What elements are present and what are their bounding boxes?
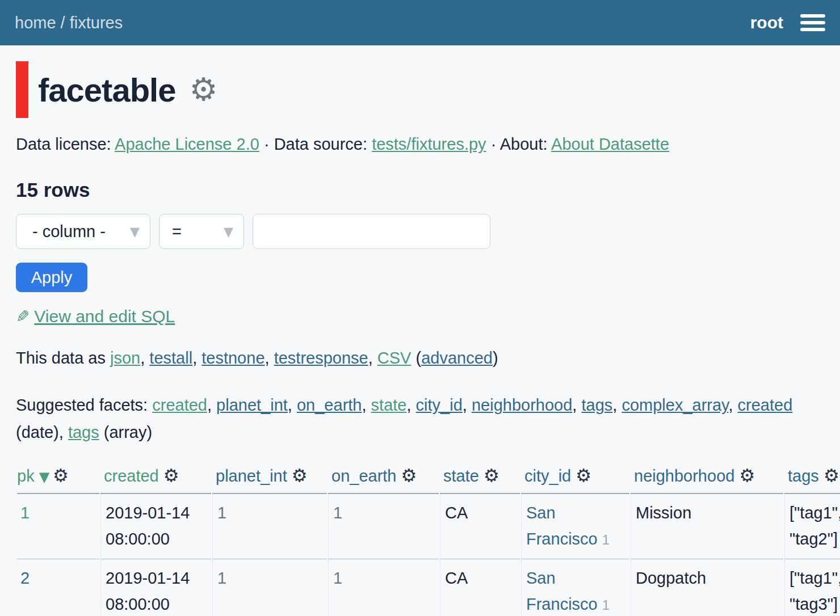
filter-operator-select[interactable]: = ▼ — [159, 214, 244, 249]
accent-bar — [16, 61, 28, 118]
logged-in-user[interactable]: root — [750, 13, 783, 32]
table-settings-gear-icon[interactable]: ⚙ — [189, 74, 217, 106]
filter-value-input[interactable] — [253, 214, 490, 249]
filter-column-select[interactable]: - column - ▼ — [16, 214, 150, 249]
export-advanced-link[interactable]: advanced — [421, 349, 493, 367]
cell-neighborhood: Mission — [631, 494, 783, 559]
export-json-link[interactable]: json — [110, 349, 140, 367]
cell-pk: 2 — [17, 559, 99, 616]
breadcrumb: home / fixtures — [15, 14, 123, 32]
cell-pk: 1 — [17, 494, 99, 559]
column-header-tags: tags ⚙ — [784, 462, 840, 494]
column-options-gear-icon[interactable]: ⚙ — [163, 465, 179, 486]
filter-row: - column - ▼ = ▼ — [16, 214, 840, 249]
sort-planet-int-link[interactable]: planet_int — [216, 467, 287, 485]
table-row: 1 2019-01-14 08:00:00 1 1 CA San Francis… — [17, 494, 840, 559]
city-link[interactable]: San Francisco — [526, 504, 598, 548]
row-count: 15 rows — [16, 179, 840, 201]
breadcrumb-home-link[interactable]: home — [15, 14, 56, 32]
sort-created-link[interactable]: created — [104, 467, 159, 485]
view-edit-sql-link[interactable]: View and edit SQL — [34, 307, 175, 326]
sort-tags-link[interactable]: tags — [788, 467, 819, 485]
export-csv-link[interactable]: CSV — [377, 349, 411, 367]
facet-neighborhood-link[interactable]: neighborhood — [472, 396, 572, 414]
page-header: facetable ⚙ — [16, 61, 840, 118]
column-header-state: state ⚙ — [440, 462, 520, 494]
column-options-gear-icon[interactable]: ⚙ — [484, 465, 499, 486]
results-table: pk▼⚙ created ⚙ planet_int ⚙ on_earth ⚙ s… — [16, 462, 840, 616]
facet-tags-link[interactable]: tags — [581, 396, 612, 414]
page-title: facetable — [38, 71, 175, 109]
source-link[interactable]: tests/fixtures.py — [372, 135, 486, 153]
cell-city-id: San Francisco1 — [521, 559, 629, 616]
column-options-gear-icon[interactable]: ⚙ — [292, 465, 308, 486]
city-count: 1 — [602, 597, 610, 613]
cell-created: 2019-01-14 08:00:00 — [100, 494, 211, 559]
column-header-neighborhood: neighborhood ⚙ — [631, 462, 783, 494]
cell-planet-int: 1 — [212, 494, 327, 559]
source-label: Data source: — [274, 135, 372, 153]
cell-on-earth: 1 — [328, 559, 439, 616]
column-header-city-id: city_id ⚙ — [521, 462, 629, 494]
facet-complex-array-link[interactable]: complex_array — [621, 396, 728, 414]
export-testall-link[interactable]: testall — [149, 349, 192, 367]
metadata-line: Data license: Apache License 2.0 · Data … — [16, 135, 840, 154]
column-options-gear-icon[interactable]: ⚙ — [576, 465, 591, 486]
export-testnone-link[interactable]: testnone — [201, 349, 264, 367]
column-options-gear-icon[interactable]: ⚙ — [401, 465, 417, 486]
about-label: About: — [500, 135, 551, 153]
facet-state-link[interactable]: state — [371, 396, 407, 414]
facet-on-earth-link[interactable]: on_earth — [297, 396, 362, 414]
sort-state-link[interactable]: state — [443, 467, 479, 485]
sort-pk-link[interactable]: pk — [17, 467, 35, 485]
column-header-planet-int: planet_int ⚙ — [212, 462, 327, 494]
cell-tags: ["tag1", "tag2"] — [784, 494, 840, 559]
column-header-created: created ⚙ — [100, 462, 211, 494]
about-link[interactable]: About Datasette — [551, 135, 669, 153]
column-options-gear-icon[interactable]: ⚙ — [739, 465, 755, 486]
city-link[interactable]: San Francisco — [526, 569, 598, 613]
cell-neighborhood: Dogpatch — [631, 559, 783, 616]
suggested-facets-line: Suggested facets: created, planet_int, o… — [16, 391, 828, 446]
pencil-icon: ✎ — [16, 307, 30, 326]
chevron-down-icon: ▼ — [224, 225, 233, 239]
sort-neighborhood-link[interactable]: neighborhood — [634, 467, 734, 485]
sql-link-row: ✎View and edit SQL — [16, 307, 840, 326]
facet-created-date-link[interactable]: created — [738, 396, 793, 414]
column-header-on-earth: on_earth ⚙ — [328, 462, 439, 494]
breadcrumb-fixtures-link[interactable]: fixtures — [70, 14, 123, 32]
cell-planet-int: 1 — [212, 559, 327, 616]
sort-city-id-link[interactable]: city_id — [524, 467, 571, 485]
cell-state: CA — [440, 559, 520, 616]
cell-created: 2019-01-14 08:00:00 — [100, 559, 211, 616]
apply-button[interactable]: Apply — [16, 263, 87, 292]
facet-tags-array-link[interactable]: tags — [68, 423, 99, 441]
breadcrumb-separator: / — [56, 14, 70, 32]
export-formats-line: This data as json, testall, testnone, te… — [16, 349, 840, 368]
row-pk-link[interactable]: 1 — [20, 504, 30, 522]
license-link[interactable]: Apache License 2.0 — [115, 135, 259, 153]
column-options-gear-icon[interactable]: ⚙ — [53, 465, 69, 486]
column-options-gear-icon[interactable]: ⚙ — [824, 465, 839, 486]
facet-city-id-link[interactable]: city_id — [416, 396, 463, 414]
top-navigation-bar: home / fixtures root — [0, 0, 840, 45]
cell-tags: ["tag1", "tag3"] — [784, 559, 840, 616]
table-row: 2 2019-01-14 08:00:00 1 1 CA San Francis… — [17, 559, 840, 616]
facet-created-link[interactable]: created — [152, 396, 207, 414]
facet-planet-int-link[interactable]: planet_int — [216, 396, 288, 414]
sort-on-earth-link[interactable]: on_earth — [331, 467, 397, 485]
cell-city-id: San Francisco1 — [521, 494, 629, 559]
filter-operator-value: = — [172, 222, 182, 241]
row-pk-link[interactable]: 2 — [20, 569, 30, 587]
city-count: 1 — [602, 532, 610, 547]
sort-descending-icon: ▼ — [39, 469, 49, 485]
column-header-pk: pk▼⚙ — [17, 462, 99, 494]
license-label: Data license: — [16, 135, 115, 153]
cell-state: CA — [440, 494, 520, 559]
chevron-down-icon: ▼ — [130, 225, 140, 239]
hamburger-menu-icon[interactable] — [800, 13, 825, 32]
filter-column-value: - column - — [32, 222, 106, 241]
export-testresponse-link[interactable]: testresponse — [274, 349, 368, 367]
cell-on-earth: 1 — [328, 494, 439, 559]
table-header-row: pk▼⚙ created ⚙ planet_int ⚙ on_earth ⚙ s… — [17, 462, 840, 494]
